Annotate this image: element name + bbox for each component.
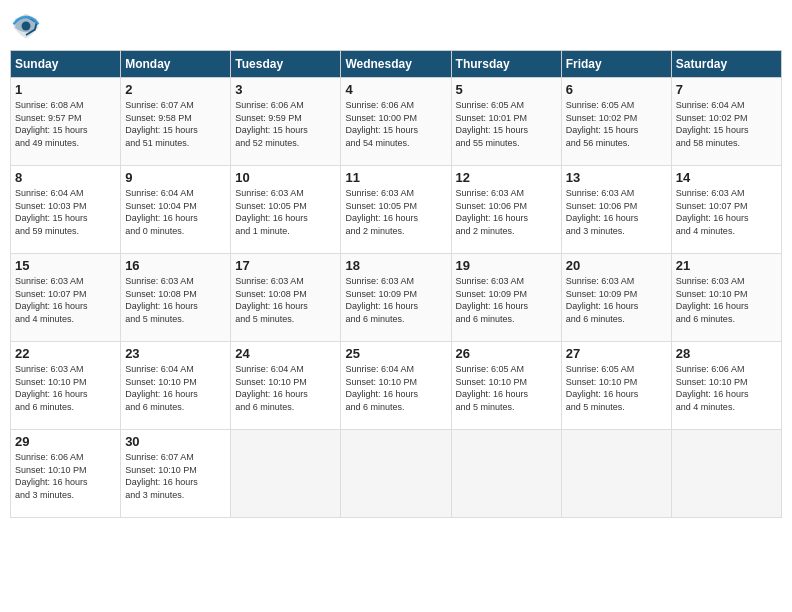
calendar-cell	[561, 430, 671, 518]
day-number: 13	[566, 170, 667, 185]
day-info: Sunrise: 6:04 AM Sunset: 10:10 PM Daylig…	[345, 363, 446, 413]
col-header-sunday: Sunday	[11, 51, 121, 78]
day-number: 9	[125, 170, 226, 185]
day-number: 7	[676, 82, 777, 97]
col-header-tuesday: Tuesday	[231, 51, 341, 78]
calendar-cell: 15Sunrise: 6:03 AM Sunset: 10:07 PM Dayl…	[11, 254, 121, 342]
day-number: 5	[456, 82, 557, 97]
calendar-row-3: 22Sunrise: 6:03 AM Sunset: 10:10 PM Dayl…	[11, 342, 782, 430]
day-number: 12	[456, 170, 557, 185]
col-header-monday: Monday	[121, 51, 231, 78]
day-number: 19	[456, 258, 557, 273]
day-number: 24	[235, 346, 336, 361]
day-number: 16	[125, 258, 226, 273]
calendar-row-4: 29Sunrise: 6:06 AM Sunset: 10:10 PM Dayl…	[11, 430, 782, 518]
day-number: 28	[676, 346, 777, 361]
calendar-cell	[451, 430, 561, 518]
calendar-cell: 9Sunrise: 6:04 AM Sunset: 10:04 PM Dayli…	[121, 166, 231, 254]
calendar-cell: 26Sunrise: 6:05 AM Sunset: 10:10 PM Dayl…	[451, 342, 561, 430]
day-info: Sunrise: 6:04 AM Sunset: 10:10 PM Daylig…	[235, 363, 336, 413]
day-info: Sunrise: 6:03 AM Sunset: 10:10 PM Daylig…	[15, 363, 116, 413]
day-info: Sunrise: 6:03 AM Sunset: 10:09 PM Daylig…	[456, 275, 557, 325]
day-info: Sunrise: 6:06 AM Sunset: 9:59 PM Dayligh…	[235, 99, 336, 149]
day-info: Sunrise: 6:05 AM Sunset: 10:10 PM Daylig…	[456, 363, 557, 413]
day-info: Sunrise: 6:03 AM Sunset: 10:05 PM Daylig…	[235, 187, 336, 237]
calendar-cell: 11Sunrise: 6:03 AM Sunset: 10:05 PM Dayl…	[341, 166, 451, 254]
day-info: Sunrise: 6:03 AM Sunset: 10:09 PM Daylig…	[345, 275, 446, 325]
day-number: 1	[15, 82, 116, 97]
calendar-table: SundayMondayTuesdayWednesdayThursdayFrid…	[10, 50, 782, 518]
calendar-cell: 25Sunrise: 6:04 AM Sunset: 10:10 PM Dayl…	[341, 342, 451, 430]
calendar-cell: 14Sunrise: 6:03 AM Sunset: 10:07 PM Dayl…	[671, 166, 781, 254]
calendar-cell	[231, 430, 341, 518]
day-info: Sunrise: 6:06 AM Sunset: 10:10 PM Daylig…	[15, 451, 116, 501]
day-number: 15	[15, 258, 116, 273]
day-info: Sunrise: 6:04 AM Sunset: 10:02 PM Daylig…	[676, 99, 777, 149]
calendar-row-0: 1Sunrise: 6:08 AM Sunset: 9:57 PM Daylig…	[11, 78, 782, 166]
calendar-cell: 27Sunrise: 6:05 AM Sunset: 10:10 PM Dayl…	[561, 342, 671, 430]
day-number: 10	[235, 170, 336, 185]
day-number: 11	[345, 170, 446, 185]
day-info: Sunrise: 6:07 AM Sunset: 10:10 PM Daylig…	[125, 451, 226, 501]
day-number: 30	[125, 434, 226, 449]
calendar-cell: 6Sunrise: 6:05 AM Sunset: 10:02 PM Dayli…	[561, 78, 671, 166]
calendar-cell: 23Sunrise: 6:04 AM Sunset: 10:10 PM Dayl…	[121, 342, 231, 430]
day-number: 17	[235, 258, 336, 273]
calendar-header: SundayMondayTuesdayWednesdayThursdayFrid…	[11, 51, 782, 78]
day-number: 3	[235, 82, 336, 97]
day-number: 23	[125, 346, 226, 361]
day-info: Sunrise: 6:03 AM Sunset: 10:06 PM Daylig…	[456, 187, 557, 237]
day-number: 27	[566, 346, 667, 361]
calendar-cell: 29Sunrise: 6:06 AM Sunset: 10:10 PM Dayl…	[11, 430, 121, 518]
calendar-cell: 10Sunrise: 6:03 AM Sunset: 10:05 PM Dayl…	[231, 166, 341, 254]
day-info: Sunrise: 6:05 AM Sunset: 10:10 PM Daylig…	[566, 363, 667, 413]
calendar-body: 1Sunrise: 6:08 AM Sunset: 9:57 PM Daylig…	[11, 78, 782, 518]
day-info: Sunrise: 6:06 AM Sunset: 10:00 PM Daylig…	[345, 99, 446, 149]
day-info: Sunrise: 6:03 AM Sunset: 10:07 PM Daylig…	[15, 275, 116, 325]
svg-point-2	[22, 22, 31, 31]
calendar-cell: 30Sunrise: 6:07 AM Sunset: 10:10 PM Dayl…	[121, 430, 231, 518]
calendar-cell: 2Sunrise: 6:07 AM Sunset: 9:58 PM Daylig…	[121, 78, 231, 166]
calendar-cell: 28Sunrise: 6:06 AM Sunset: 10:10 PM Dayl…	[671, 342, 781, 430]
day-number: 26	[456, 346, 557, 361]
header	[10, 10, 782, 42]
header-row: SundayMondayTuesdayWednesdayThursdayFrid…	[11, 51, 782, 78]
day-info: Sunrise: 6:05 AM Sunset: 10:01 PM Daylig…	[456, 99, 557, 149]
calendar-cell: 8Sunrise: 6:04 AM Sunset: 10:03 PM Dayli…	[11, 166, 121, 254]
day-number: 22	[15, 346, 116, 361]
logo	[10, 10, 46, 42]
calendar-cell	[671, 430, 781, 518]
calendar-row-1: 8Sunrise: 6:04 AM Sunset: 10:03 PM Dayli…	[11, 166, 782, 254]
col-header-thursday: Thursday	[451, 51, 561, 78]
day-number: 18	[345, 258, 446, 273]
day-number: 29	[15, 434, 116, 449]
day-info: Sunrise: 6:04 AM Sunset: 10:04 PM Daylig…	[125, 187, 226, 237]
calendar-cell: 12Sunrise: 6:03 AM Sunset: 10:06 PM Dayl…	[451, 166, 561, 254]
calendar-cell: 1Sunrise: 6:08 AM Sunset: 9:57 PM Daylig…	[11, 78, 121, 166]
day-number: 8	[15, 170, 116, 185]
day-info: Sunrise: 6:05 AM Sunset: 10:02 PM Daylig…	[566, 99, 667, 149]
day-number: 20	[566, 258, 667, 273]
calendar-cell: 4Sunrise: 6:06 AM Sunset: 10:00 PM Dayli…	[341, 78, 451, 166]
day-number: 25	[345, 346, 446, 361]
day-info: Sunrise: 6:08 AM Sunset: 9:57 PM Dayligh…	[15, 99, 116, 149]
calendar-cell: 18Sunrise: 6:03 AM Sunset: 10:09 PM Dayl…	[341, 254, 451, 342]
calendar-cell: 5Sunrise: 6:05 AM Sunset: 10:01 PM Dayli…	[451, 78, 561, 166]
calendar-cell: 7Sunrise: 6:04 AM Sunset: 10:02 PM Dayli…	[671, 78, 781, 166]
col-header-saturday: Saturday	[671, 51, 781, 78]
calendar-cell: 17Sunrise: 6:03 AM Sunset: 10:08 PM Dayl…	[231, 254, 341, 342]
day-number: 4	[345, 82, 446, 97]
day-number: 2	[125, 82, 226, 97]
calendar-cell: 24Sunrise: 6:04 AM Sunset: 10:10 PM Dayl…	[231, 342, 341, 430]
logo-icon	[10, 10, 42, 42]
day-info: Sunrise: 6:06 AM Sunset: 10:10 PM Daylig…	[676, 363, 777, 413]
calendar-cell: 3Sunrise: 6:06 AM Sunset: 9:59 PM Daylig…	[231, 78, 341, 166]
col-header-friday: Friday	[561, 51, 671, 78]
day-info: Sunrise: 6:07 AM Sunset: 9:58 PM Dayligh…	[125, 99, 226, 149]
day-info: Sunrise: 6:03 AM Sunset: 10:10 PM Daylig…	[676, 275, 777, 325]
calendar-cell	[341, 430, 451, 518]
day-info: Sunrise: 6:03 AM Sunset: 10:06 PM Daylig…	[566, 187, 667, 237]
day-info: Sunrise: 6:03 AM Sunset: 10:08 PM Daylig…	[235, 275, 336, 325]
day-info: Sunrise: 6:03 AM Sunset: 10:07 PM Daylig…	[676, 187, 777, 237]
calendar-cell: 21Sunrise: 6:03 AM Sunset: 10:10 PM Dayl…	[671, 254, 781, 342]
